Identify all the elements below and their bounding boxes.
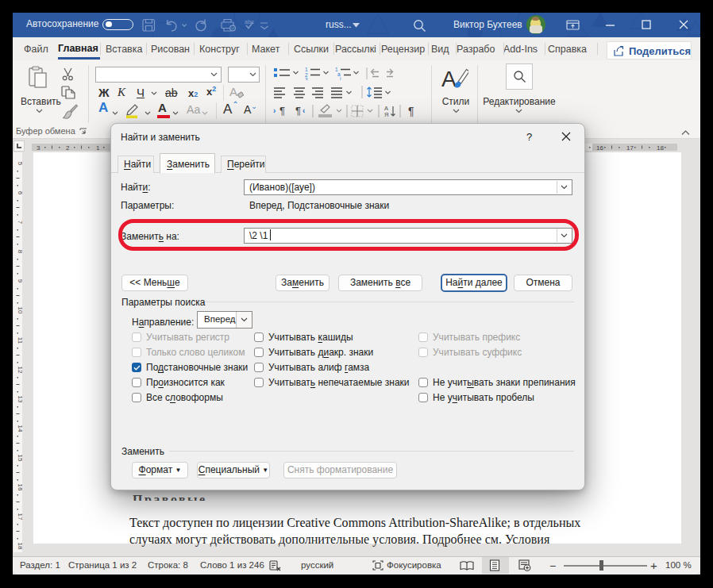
svg-text:3: 3 bbox=[37, 144, 40, 152]
svg-text:7: 7 bbox=[17, 221, 23, 225]
svg-text:Я: Я bbox=[384, 111, 388, 118]
svg-text:16: 16 bbox=[596, 144, 603, 152]
svg-text:11: 11 bbox=[17, 337, 23, 344]
svg-text:10: 10 bbox=[17, 307, 23, 314]
svg-text:18: 18 bbox=[17, 543, 23, 550]
svg-text:¶: ¶ bbox=[408, 105, 414, 117]
svg-text:¶: ¶ bbox=[295, 105, 301, 117]
svg-text:14: 14 bbox=[17, 425, 23, 432]
svg-text:12: 12 bbox=[17, 367, 23, 374]
svg-text:9: 9 bbox=[17, 279, 23, 283]
svg-text:‹: ‹ bbox=[303, 106, 305, 115]
svg-text:15: 15 bbox=[17, 455, 23, 462]
svg-text:17: 17 bbox=[17, 513, 23, 521]
svg-text:18: 18 bbox=[657, 144, 664, 152]
svg-text:8: 8 bbox=[17, 250, 23, 254]
svg-text:1: 1 bbox=[96, 144, 100, 152]
svg-text:2: 2 bbox=[66, 144, 70, 152]
svg-text:А: А bbox=[441, 67, 457, 91]
svg-text:i: i bbox=[340, 76, 341, 80]
svg-text:›: › bbox=[273, 106, 276, 115]
svg-text:3: 3 bbox=[305, 77, 308, 80]
svg-text:5: 5 bbox=[17, 162, 23, 166]
svg-text:abc: abc bbox=[245, 18, 254, 25]
svg-text:6: 6 bbox=[17, 191, 23, 195]
svg-text:17: 17 bbox=[626, 144, 634, 152]
svg-text:¶: ¶ bbox=[279, 105, 285, 117]
svg-text:16: 16 bbox=[17, 484, 23, 491]
svg-text:13: 13 bbox=[17, 396, 23, 403]
svg-text:1: 1 bbox=[305, 67, 308, 72]
